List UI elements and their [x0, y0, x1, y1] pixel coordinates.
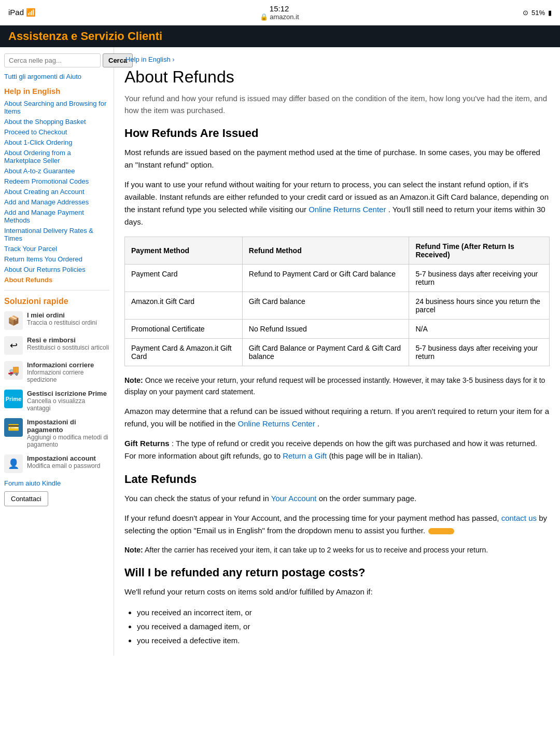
- sidebar-link-basket[interactable]: About the Shopping Basket: [4, 118, 109, 126]
- battery-bar: ▮: [548, 9, 552, 17]
- sidebar-link-marketplace[interactable]: About Ordering from a Marketplace Seller: [4, 149, 109, 164]
- amazon-header: Assistenza e Servizio Clienti: [0, 25, 560, 47]
- table-cell: No Refund Issued: [242, 320, 409, 339]
- return-gift-link[interactable]: Return a Gift: [283, 451, 327, 460]
- table-cell: 24 business hours since you return the p…: [409, 292, 550, 320]
- table-row: Payment Card Refund to Payment Card or G…: [125, 265, 550, 292]
- para3-end: .: [317, 419, 319, 428]
- para5-start: You can check the status of your refund …: [124, 494, 271, 503]
- returns-main: Resi e rimborsi: [27, 336, 109, 344]
- status-right: ⊙ 51% ▮: [523, 9, 552, 17]
- para7: We'll refund your return costs on items …: [124, 586, 550, 598]
- sidebar-link-parcel[interactable]: Track Your Parcel: [4, 245, 109, 253]
- page-title: About Refunds: [124, 67, 550, 87]
- section1-title: How Refunds Are Issued: [124, 127, 550, 140]
- section3-title: Will I be refunded any return postage co…: [124, 566, 550, 579]
- note2-bold: Note:: [124, 546, 143, 554]
- breadcrumb-text: Help in English ›: [125, 56, 175, 63]
- account-main: Impostazioni account: [27, 454, 100, 462]
- bullet-item: you received a damaged item, or: [137, 619, 550, 633]
- sidebar-link-payment-methods[interactable]: Add and Manage Payment Methods: [4, 209, 109, 224]
- contattaci-button[interactable]: Contattaci: [4, 491, 48, 506]
- sidebar-links: About Searching and Browsing for Items A…: [4, 100, 109, 284]
- table-header-2: Refund Method: [242, 237, 409, 265]
- gift-returns-bold: Gift Returns: [124, 439, 170, 448]
- refund-table: Payment Method Refund Method Refund Time…: [124, 237, 550, 366]
- table-cell: Promotional Certificate: [125, 320, 243, 339]
- sidebar-link-addresses[interactable]: Add and Manage Addresses: [4, 198, 109, 206]
- payment-text: Impostazioni di pagamento Aggiungi o mod…: [27, 418, 109, 448]
- main-content: Help in English › About Refunds Your ref…: [114, 47, 560, 656]
- sidebar-link-atoz[interactable]: About A-to-z Guarantee: [4, 167, 109, 175]
- returns-text: Resi e rimborsi Restituisci o sostituisc…: [27, 336, 109, 351]
- orders-icon: 📦: [4, 311, 23, 330]
- para2: If you want to use your refund without w…: [124, 178, 550, 228]
- table-row: Payment Card & Amazon.it Gift Card Gift …: [125, 339, 550, 366]
- soluzioni-returns[interactable]: ↩ Resi e rimborsi Restituisci o sostitui…: [4, 336, 109, 355]
- intro-text: Your refund and how your refund is issue…: [124, 93, 550, 116]
- soluzioni-title: Soluzioni rapide: [4, 297, 109, 306]
- orders-main: I miei ordini: [27, 311, 97, 319]
- courier-sub: Informazioni corriere spedizione: [27, 369, 109, 383]
- table-header-3: Refund Time (After Return Is Received): [409, 237, 550, 265]
- courier-text: Informazioni corriere Informazioni corri…: [27, 361, 109, 383]
- main-layout: Cerca Tutti gli argomenti di Aiuto Help …: [0, 47, 560, 656]
- soluzioni-orders[interactable]: 📦 I miei ordini Traccia o restituisci or…: [4, 311, 109, 330]
- breadcrumb[interactable]: Help in English ›: [124, 56, 550, 63]
- sidebar-link-refunds[interactable]: About Refunds: [4, 276, 109, 284]
- your-account-link[interactable]: Your Account: [271, 494, 317, 503]
- prime-icon: Prime: [4, 390, 23, 408]
- all-topics-link[interactable]: Tutti gli argomenti di Aiuto: [4, 73, 109, 80]
- sidebar-link-1click[interactable]: About 1-Click Ordering: [4, 139, 109, 146]
- para1: Most refunds are issued based on the pay…: [124, 146, 550, 171]
- help-english-title: Help in English: [4, 87, 109, 95]
- prime-text: Gestisci iscrizione Prime Cancella o vis…: [27, 390, 109, 412]
- forum-link[interactable]: Forum aiuto Kindle: [4, 479, 109, 487]
- sidebar-link-account[interactable]: About Creating an Account: [4, 188, 109, 196]
- site-title: Assistenza e Servizio Clienti: [8, 30, 162, 43]
- contact-us-link[interactable]: contact us: [501, 514, 537, 522]
- returns-icon: ↩: [4, 336, 23, 355]
- lock-icon: 🔒: [260, 13, 268, 21]
- para5-end: on the order summary page.: [319, 494, 416, 503]
- account-text: Impostazioni account Modifica email o pa…: [27, 454, 100, 469]
- online-returns-link1[interactable]: Online Returns Center: [309, 205, 386, 214]
- sidebar-link-searching[interactable]: About Searching and Browsing for Items: [4, 100, 109, 115]
- sidebar-link-returns-policies[interactable]: About Our Returns Policies: [4, 266, 109, 273]
- table-cell: Gift Card Balance or Payment Card & Gift…: [242, 339, 409, 366]
- soluzioni-prime[interactable]: Prime Gestisci iscrizione Prime Cancella…: [4, 390, 109, 412]
- soluzioni-payment[interactable]: 💳 Impostazioni di pagamento Aggiungi o m…: [4, 418, 109, 448]
- account-sub: Modifica email o password: [27, 462, 100, 469]
- payment-icon: 💳: [4, 418, 23, 437]
- sidebar-link-promo[interactable]: Redeem Promotional Codes: [4, 177, 109, 185]
- sidebar-link-checkout[interactable]: Proceed to Checkout: [4, 128, 109, 136]
- search-form: Cerca: [4, 53, 109, 67]
- table-cell: Payment Card & Amazon.it Gift Card: [125, 339, 243, 366]
- account-icon: 👤: [4, 454, 23, 473]
- table-cell: 5-7 business days after receiving your r…: [409, 265, 550, 292]
- prime-main: Gestisci iscrizione Prime: [27, 390, 109, 397]
- sidebar-link-delivery[interactable]: International Delivery Rates & Times: [4, 227, 109, 242]
- soluzioni-account[interactable]: 👤 Impostazioni account Modifica email o …: [4, 454, 109, 473]
- note1-text: Note: Once we receive your return, your …: [124, 375, 550, 398]
- soluzioni-courier[interactable]: 🚚 Informazioni corriere Informazioni cor…: [4, 361, 109, 383]
- url-bar: 🔒 amazon.it: [260, 13, 299, 21]
- courier-icon: 🚚: [4, 361, 23, 380]
- para6-start: If your refund doesn't appear in Your Ac…: [124, 514, 501, 522]
- device-name: iPad 📶: [8, 8, 36, 17]
- note2-text: Note: After the carrier has received you…: [124, 544, 550, 556]
- section2-title: Late Refunds: [124, 473, 550, 486]
- prime-sub: Cancella o visualizza vantaggi: [27, 397, 109, 412]
- battery-icon: ⊙: [523, 9, 528, 17]
- sidebar-link-returns[interactable]: Return Items You Ordered: [4, 255, 109, 263]
- sidebar: Cerca Tutti gli argomenti di Aiuto Help …: [0, 47, 114, 656]
- payment-main: Impostazioni di pagamento: [27, 418, 109, 434]
- para4: Gift Returns : The type of refund or cre…: [124, 437, 550, 462]
- note1-bold: Note:: [124, 376, 143, 384]
- online-returns-link2[interactable]: Online Returns Center: [237, 419, 315, 428]
- battery-percent: 51%: [531, 9, 545, 17]
- payment-sub: Aggiungi o modifica metodi di pagamento: [27, 434, 109, 448]
- search-input[interactable]: [4, 53, 101, 67]
- table-cell: Gift Card balance: [242, 292, 409, 320]
- table-cell: N/A: [409, 320, 550, 339]
